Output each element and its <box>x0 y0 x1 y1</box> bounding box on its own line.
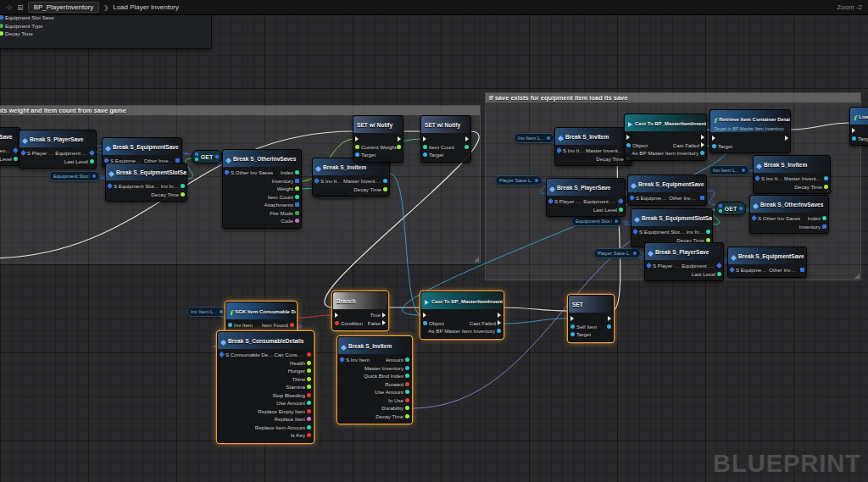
exec-pin[interactable] <box>626 135 630 140</box>
break-invitem-3[interactable]: Break S_InvItemS Inv ItemMaster Inventor… <box>753 155 831 194</box>
exec-pin[interactable] <box>335 313 338 318</box>
master-inventory-pin[interactable] <box>383 179 387 183</box>
object-pin[interactable] <box>626 143 631 147</box>
hunger-pin[interactable] <box>307 368 311 373</box>
exec-pin[interactable] <box>423 136 426 141</box>
variable-output-pin[interactable] <box>547 136 550 140</box>
break-otherinvsaves-2[interactable]: Break S_OtherInvSavesS Other Inv SavesIn… <box>749 195 829 234</box>
replace-item-pin[interactable] <box>307 417 311 421</box>
break-playersave-1[interactable]: Break S_PlayerSaveS Player SaveEquipment… <box>19 130 97 169</box>
object-pin[interactable] <box>423 321 427 325</box>
last-level-pin[interactable] <box>90 159 94 163</box>
equipment-save-pin[interactable] <box>13 147 18 153</box>
variable-get-pill[interactable]: Inv Item L… <box>514 133 554 143</box>
inv-index-pin[interactable] <box>181 184 185 188</box>
exec-pin[interactable] <box>785 136 788 141</box>
break-equipmentsave-2[interactable]: Break S_EquipmentSaveS Equipment SaveOth… <box>627 175 707 206</box>
master-inventory-pin[interactable] <box>824 176 828 180</box>
s-equipment-save-pin[interactable] <box>630 195 635 201</box>
break-playersave-3[interactable]: Break S_PlayerSaveS Player SaveEquipment… <box>644 242 724 281</box>
set-current-weight[interactable]: SET w/ NotifyCurrent WeightTarget <box>353 115 403 163</box>
break-playersave-2[interactable]: Break S_PlayerSaveS Player SaveEquipment… <box>546 178 626 217</box>
exec-pin[interactable] <box>608 316 611 321</box>
break-equipmentsave-3[interactable]: Break S_EquipmentSaveS Equipment SaveOth… <box>727 247 807 278</box>
pin[interactable] <box>465 145 469 149</box>
exec-pin[interactable] <box>423 313 426 318</box>
amount-pin[interactable] <box>405 357 409 362</box>
set-members-clipped[interactable]: Equipment Slot SaveEquipment TypeDecay T… <box>0 10 212 49</box>
s-equipment-save-pin[interactable] <box>730 267 735 273</box>
item-count-pin[interactable] <box>295 195 299 199</box>
s-inv-item-pin[interactable] <box>755 175 760 181</box>
breadcrumb-root[interactable]: BP_PlayerInventory <box>28 2 100 13</box>
exec-pin[interactable] <box>712 136 715 141</box>
variable-get-pill[interactable]: Player Save L… <box>593 248 641 258</box>
exec-pin[interactable] <box>852 128 855 133</box>
pin[interactable] <box>214 154 220 159</box>
breadcrumb-current[interactable]: Load Player Inventory <box>113 3 179 11</box>
rotated-pin[interactable] <box>405 382 409 386</box>
set-self-item[interactable]: SETSelf ItemTarget <box>568 295 614 342</box>
target-pin[interactable] <box>423 152 427 157</box>
variable-get-pill[interactable]: Inv Item L… <box>709 165 749 175</box>
decay-time-pin[interactable] <box>383 187 387 191</box>
inventory-pin[interactable] <box>295 179 299 183</box>
load-node-clipped[interactable]: fLoad S…Target <box>849 107 868 146</box>
index-pin[interactable] <box>295 170 299 175</box>
replace-empty-item-pin[interactable] <box>307 409 311 413</box>
use-amount-pin[interactable] <box>405 390 409 394</box>
blueprint-graph-canvas[interactable]: ☆ ⊞ BP_PlayerInventory ❯ Load Player Inv… <box>0 0 868 482</box>
variable-output-pin[interactable] <box>615 219 618 223</box>
can-consume-pin[interactable] <box>307 352 311 357</box>
quick-bind-index-pin[interactable] <box>405 374 409 378</box>
variable-output-pin[interactable] <box>742 169 745 172</box>
variable-output-pin[interactable] <box>92 175 96 178</box>
s-equipment-slot-save-pin[interactable] <box>633 229 638 235</box>
condition-pin[interactable] <box>335 321 339 325</box>
pin[interactable] <box>195 158 198 161</box>
s-inv-item-pin[interactable] <box>314 178 320 184</box>
other-inventorys-pin[interactable] <box>700 196 704 200</box>
exec-pin[interactable] <box>701 135 704 140</box>
target-pin[interactable] <box>712 144 716 148</box>
window-icon[interactable]: ⊞ <box>17 0 24 15</box>
s-player-save-pin[interactable] <box>21 150 26 156</box>
master-inventory-pin[interactable] <box>405 366 409 370</box>
equipment-save-pin[interactable] <box>89 150 94 156</box>
get-array-1[interactable]: GET <box>192 150 222 163</box>
as-bp-master-item-inventory-pin[interactable] <box>497 329 501 333</box>
weight-pin[interactable] <box>295 186 299 191</box>
set-item-count[interactable]: SET w/ NotifyItem CountTarget <box>420 115 471 163</box>
variable-output-pin[interactable] <box>535 179 538 182</box>
exec-pin[interactable] <box>570 316 574 321</box>
inv-item-pin[interactable] <box>228 323 232 327</box>
variable-get-pill[interactable]: Equipment Slot L… <box>571 216 622 226</box>
pin[interactable] <box>719 204 722 208</box>
variable-output-pin[interactable] <box>220 310 223 313</box>
exec-pin[interactable] <box>465 136 469 141</box>
cast-failed-pin[interactable] <box>701 142 704 147</box>
item-found-pin[interactable] <box>290 323 294 327</box>
variable-get-pill[interactable]: Equipment Slot L… <box>49 171 100 181</box>
break-invitem-2[interactable]: Break S_InvItemS Inv ItemMaster Inventor… <box>554 127 632 166</box>
code-pin[interactable] <box>295 219 299 223</box>
break-equipmentslotsave-1[interactable]: Break S_EquipmentSlotSaveS Equipment Slo… <box>105 163 187 202</box>
exec-pin[interactable] <box>355 136 359 141</box>
s-inv-item-pin[interactable] <box>557 147 562 153</box>
as-bp-master-item-inventory-pin[interactable] <box>700 151 704 155</box>
break-otherinvsaves-1[interactable]: Break S_OtherInvSavesS Other Inv SavesIn… <box>222 149 302 229</box>
last-level-pin[interactable] <box>717 272 721 276</box>
self-item-pin[interactable] <box>570 324 575 329</box>
variable-get-pill[interactable]: Inv Item L… <box>186 307 227 317</box>
true-pin[interactable] <box>382 313 386 318</box>
is-key-pin[interactable] <box>307 433 311 437</box>
target-pin[interactable] <box>570 332 575 336</box>
s-inv-item-pin[interactable] <box>340 357 345 363</box>
fire-mode-pin[interactable] <box>295 211 299 215</box>
s-player-save-pin[interactable] <box>548 198 554 204</box>
pin[interactable] <box>195 152 198 156</box>
index-pin[interactable] <box>822 216 826 220</box>
exec-pin[interactable] <box>498 313 501 318</box>
inventory-pin[interactable] <box>822 224 826 229</box>
pin[interactable] <box>397 145 401 149</box>
